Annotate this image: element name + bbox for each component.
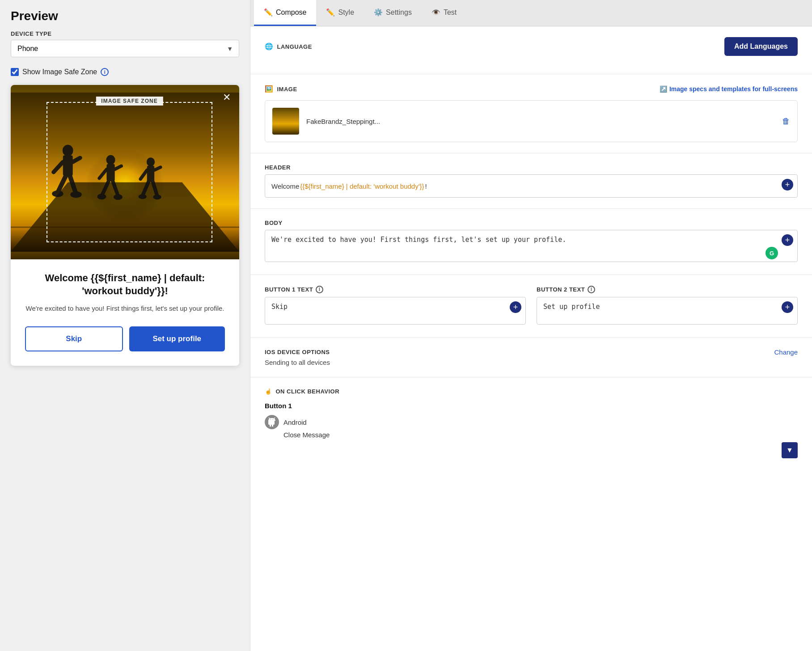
style-icon: ✏️ — [326, 8, 335, 17]
dropdown-arrow-row: ▼ — [265, 442, 798, 458]
language-label: 🌐 LANGUAGE — [265, 42, 312, 51]
header-prefix: Welcome — [271, 182, 299, 190]
header-input-display[interactable]: Welcome {{${first_name} | default: 'work… — [265, 174, 798, 198]
image-specs-link[interactable]: ↗️ Image specs and templates for full-sc… — [660, 85, 798, 93]
safe-zone-overlay: IMAGE SAFE ZONE — [47, 102, 212, 242]
button2-input[interactable]: Set up profile — [537, 297, 798, 325]
button1-info-icon[interactable]: i — [316, 286, 323, 293]
button2-add-var-button[interactable]: + — [782, 301, 793, 313]
button2-field: BUTTON 2 TEXT i Set up profile + — [537, 286, 798, 326]
language-section: 🌐 LANGUAGE Add Languages — [250, 26, 812, 74]
body-input-wrapper: We're excited to have you! First things … — [265, 230, 798, 264]
android-icon — [265, 415, 279, 429]
header-suffix: ! — [425, 182, 427, 190]
right-panel: ✏️ Compose ✏️ Style ⚙️ Settings 👁️ Test … — [250, 0, 812, 651]
phone-content: Welcome {{${first_name} | default: 'work… — [11, 259, 239, 366]
safe-zone-checkbox[interactable] — [11, 68, 19, 76]
phone-preview: IMAGE SAFE ZONE ✕ Welcome {{${first_name… — [11, 85, 239, 366]
globe-icon: 🌐 — [265, 42, 274, 51]
behavior-button1-label: Button 1 — [265, 402, 798, 410]
header-label-text: HEADER — [265, 164, 291, 171]
click-icon: ☝️ — [265, 388, 272, 395]
body-field-section: BODY We're excited to have you! First th… — [250, 209, 812, 275]
android-label: Android — [283, 418, 307, 426]
tab-style[interactable]: ✏️ Style — [316, 0, 364, 26]
phone-image-container: IMAGE SAFE ZONE ✕ — [11, 85, 239, 259]
ios-section-header: IOS DEVICE OPTIONS Change — [265, 348, 798, 356]
safe-zone-label: Show Image Safe Zone — [22, 68, 97, 76]
device-type-select[interactable]: Phone Tablet — [11, 40, 239, 57]
button1-field-label: BUTTON 1 TEXT i — [265, 286, 526, 293]
behavior-section-label: ☝️ ON CLICK BEHAVIOR — [265, 388, 798, 395]
close-button[interactable]: ✕ — [220, 90, 234, 105]
preview-title: Preview — [11, 9, 239, 23]
ios-section-label: IOS DEVICE OPTIONS — [265, 349, 330, 355]
tab-test-label: Test — [444, 8, 457, 17]
body-input[interactable]: We're excited to have you! First things … — [265, 230, 798, 262]
ios-section: IOS DEVICE OPTIONS Change Sending to all… — [250, 338, 812, 377]
behavior-label-text: ON CLICK BEHAVIOR — [276, 388, 340, 395]
settings-icon: ⚙️ — [374, 8, 383, 17]
image-icon: 🖼️ — [265, 85, 274, 93]
safe-zone-row: Show Image Safe Zone i — [11, 68, 239, 76]
image-section: 🖼️ IMAGE ↗️ Image specs and templates fo… — [250, 74, 812, 153]
header-field-label: HEADER — [265, 164, 798, 171]
ios-change-link[interactable]: Change — [774, 348, 798, 356]
tab-settings-label: Settings — [386, 8, 412, 17]
body-add-var-button[interactable]: + — [782, 234, 793, 246]
device-type-label: DEVICE TYPE — [11, 30, 239, 37]
button1-input[interactable]: Skip — [265, 297, 526, 325]
image-label: 🖼️ IMAGE — [265, 85, 297, 93]
tabs-bar: ✏️ Compose ✏️ Style ⚙️ Settings 👁️ Test — [250, 0, 812, 26]
button2-info-icon[interactable]: i — [588, 286, 595, 293]
header-field-section: HEADER Welcome {{${first_name} | default… — [250, 153, 812, 209]
left-panel: Preview DEVICE TYPE Phone Tablet ▼ Show … — [0, 0, 250, 651]
button1-input-wrapper: Skip + — [265, 297, 526, 326]
add-languages-button[interactable]: Add Languages — [724, 37, 798, 56]
test-icon: 👁️ — [431, 8, 440, 17]
tab-settings[interactable]: ⚙️ Settings — [364, 0, 422, 26]
behavior-section: ☝️ ON CLICK BEHAVIOR Button 1 Android Cl… — [250, 377, 812, 469]
image-link-label: Image specs and templates for full-scree… — [669, 85, 798, 93]
language-section-label: LANGUAGE — [277, 43, 312, 50]
header-input-wrapper: Welcome {{${first_name} | default: 'work… — [265, 174, 798, 198]
image-card: FakeBrandz_Steppingt... 🗑 — [265, 100, 798, 142]
tab-compose-label: Compose — [276, 8, 306, 17]
compose-icon: ✏️ — [264, 8, 273, 17]
header-template-var: {{${first_name} | default: 'workout budd… — [300, 182, 424, 190]
button1-label-text: BUTTON 1 TEXT — [265, 286, 313, 293]
button2-label-text: BUTTON 2 TEXT — [537, 286, 585, 293]
phone-skip-button[interactable]: Skip — [25, 326, 123, 351]
close-message-text: Close Message — [283, 431, 798, 439]
tab-compose[interactable]: ✏️ Compose — [254, 0, 316, 26]
phone-buttons: Skip Set up profile — [25, 326, 225, 351]
phone-body-text: We're excited to have you! First things … — [25, 304, 225, 314]
button1-add-var-button[interactable]: + — [510, 301, 521, 313]
image-thumbnail — [272, 108, 299, 135]
image-section-label: IMAGE — [277, 86, 297, 93]
phone-setup-button[interactable]: Set up profile — [129, 326, 225, 351]
device-type-section: DEVICE TYPE Phone Tablet ▼ — [11, 30, 239, 61]
button1-field: BUTTON 1 TEXT i Skip + — [265, 286, 526, 326]
android-row: Android — [265, 415, 798, 429]
language-section-header: 🌐 LANGUAGE Add Languages — [265, 37, 798, 56]
external-link-icon: ↗️ — [660, 85, 667, 93]
image-thumb-inner — [272, 108, 299, 135]
body-field-label: BODY — [265, 220, 798, 226]
header-add-var-button[interactable]: + — [782, 179, 793, 190]
body-label-text: BODY — [265, 220, 283, 226]
device-select-wrapper: Phone Tablet ▼ — [11, 40, 239, 57]
grammarly-icon: G — [765, 247, 778, 259]
safe-zone-info-icon[interactable]: i — [101, 68, 109, 76]
ios-value: Sending to all devices — [265, 359, 798, 366]
safe-zone-badge: IMAGE SAFE ZONE — [96, 97, 163, 106]
button2-input-wrapper: Set up profile + — [537, 297, 798, 326]
tab-test[interactable]: 👁️ Test — [422, 0, 466, 26]
expand-button[interactable]: ▼ — [782, 442, 798, 458]
button2-field-label: BUTTON 2 TEXT i — [537, 286, 798, 293]
image-section-header: 🖼️ IMAGE ↗️ Image specs and templates fo… — [265, 85, 798, 93]
image-filename: FakeBrandz_Steppingt... — [306, 118, 775, 125]
right-content: 🌐 LANGUAGE Add Languages 🖼️ IMAGE ↗️ Ima… — [250, 26, 812, 651]
button-fields: BUTTON 1 TEXT i Skip + BUTTON 2 TEXT i S… — [250, 275, 812, 338]
delete-image-icon[interactable]: 🗑 — [782, 117, 790, 126]
